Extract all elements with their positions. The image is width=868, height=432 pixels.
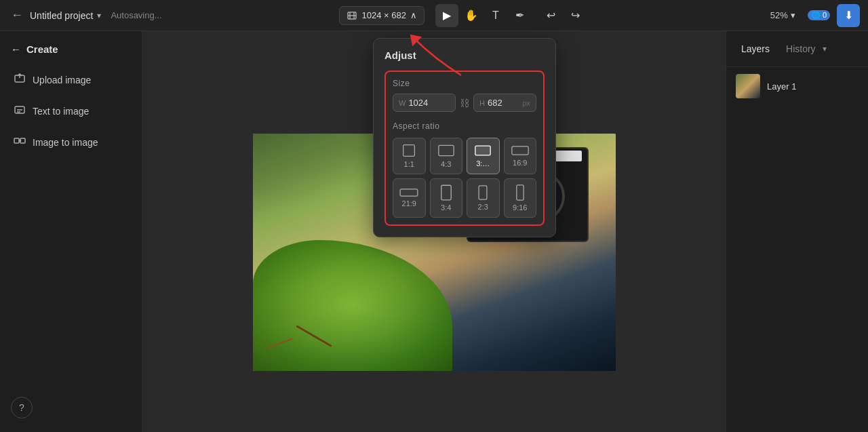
undo-redo-group: ↩ ↪ (540, 4, 587, 27)
sidebar-item-upload-image[interactable]: Upload image (5, 66, 136, 94)
aspect-9-16-label: 9:16 (513, 203, 527, 212)
adjust-title: Adjust (384, 50, 545, 61)
aspect-2-3-label: 2:3 (478, 203, 488, 211)
zoom-button[interactable]: 52% ▾ (765, 7, 801, 24)
image-to-image-icon (14, 135, 26, 150)
aspect-ratio-label: Aspect ratio (393, 121, 536, 131)
height-field[interactable]: H 682 px (473, 94, 536, 112)
tab-layers[interactable]: Layers (737, 41, 774, 57)
upload-image-icon (14, 73, 26, 87)
svg-rect-12 (479, 186, 487, 199)
size-inputs: W 1024 ⛓ H 682 px (393, 94, 536, 112)
sidebar-item-image-to-image[interactable]: Image to image (5, 128, 136, 157)
adjust-popup: Adjust Size W 1024 ⛓ H 682 px Aspec (373, 38, 556, 237)
download-button[interactable]: ⬇ (837, 4, 860, 27)
user-count-badge[interactable]: 🌐 0 (806, 9, 831, 22)
width-field[interactable]: W 1024 (393, 94, 456, 112)
svg-rect-3 (14, 138, 19, 143)
right-sidebar: Layers History ▾ Layer 1 (726, 31, 868, 432)
svg-rect-9 (512, 146, 528, 155)
aspect-1-1-label: 1:1 (404, 160, 414, 168)
aspect-9-16-button[interactable]: 9:16 (504, 178, 537, 218)
aspect-4-3-button[interactable]: 4:3 (430, 138, 463, 174)
svg-rect-13 (517, 185, 524, 200)
back-button[interactable]: ← (8, 5, 26, 25)
sidebar-item-text-to-image[interactable]: Text to image (5, 97, 136, 125)
canvas-dimensions: 1024 × 682 (361, 10, 406, 20)
topbar-center: 1024 × 682 ∧ ▶ ✋ T ✒ ↩ ↪ (167, 4, 760, 27)
aspect-3-4-button[interactable]: 3:4 (430, 178, 463, 218)
right-sidebar-header: Layers History ▾ (726, 31, 868, 67)
expand-icon: ∧ (410, 10, 417, 20)
size-label: Size (393, 79, 536, 88)
sidebar-create-label: Create (26, 43, 58, 55)
history-chevron-icon[interactable]: ▾ (823, 44, 827, 54)
move-tool-button[interactable]: ✋ (460, 4, 483, 27)
aspect-21-9-label: 21:9 (402, 199, 416, 208)
adjust-content-highlight: Size W 1024 ⛓ H 682 px Aspect ratio (384, 71, 545, 226)
aspect-16-9-button[interactable]: 16:9 (504, 138, 537, 174)
link-icon[interactable]: ⛓ (460, 98, 469, 109)
main-area: ← Create Upload image Text to image (0, 31, 868, 432)
width-label: W (399, 99, 406, 107)
svg-rect-11 (441, 185, 451, 200)
aspect-3x-label: 3:… (476, 159, 490, 168)
redo-button[interactable]: ↪ (564, 4, 587, 27)
topbar-right: 52% ▾ 🌐 0 ⬇ (765, 4, 860, 27)
canvas-size-button[interactable]: 1024 × 682 ∧ (339, 6, 424, 25)
aspect-1-1-button[interactable]: 1:1 (393, 138, 426, 174)
canvas-resize-icon (347, 10, 357, 21)
text-to-image-icon (14, 104, 26, 119)
svg-rect-8 (475, 146, 490, 155)
aspect-3x-button[interactable]: 3:… (467, 138, 500, 174)
svg-rect-10 (400, 189, 418, 196)
project-chevron-icon[interactable]: ▾ (97, 11, 101, 20)
image-to-image-label: Image to image (33, 137, 98, 148)
svg-rect-7 (439, 145, 454, 155)
help-icon: ? (19, 402, 24, 413)
toolbar-tools: ▶ ✋ T ✒ (435, 4, 532, 27)
aspect-2-3-button[interactable]: 2:3 (467, 178, 500, 218)
help-button[interactable]: ? (11, 397, 33, 418)
download-icon: ⬇ (844, 9, 853, 22)
height-value: 682 (488, 98, 519, 108)
height-label: H (479, 99, 485, 107)
aspect-16-9-label: 16:9 (513, 159, 527, 167)
aspect-4-3-label: 4:3 (441, 160, 451, 168)
upload-image-label: Upload image (33, 75, 91, 85)
unit-label: px (522, 99, 530, 107)
autosave-status: Autosaving... (111, 10, 161, 20)
aspect-21-9-button[interactable]: 21:9 (393, 178, 426, 218)
layer-item[interactable]: Layer 1 (726, 67, 868, 105)
svg-rect-6 (403, 145, 415, 157)
topbar-left: ← Untitled project ▾ Autosaving... (8, 5, 162, 25)
tab-history[interactable]: History (782, 41, 820, 57)
sidebar-back-icon[interactable]: ← (11, 43, 21, 55)
text-tool-button[interactable]: T (484, 4, 507, 27)
sidebar-footer: ? (5, 391, 136, 424)
left-sidebar: ← Create Upload image Text to image (0, 31, 142, 432)
layer-name: Layer 1 (767, 81, 796, 92)
canvas-area[interactable]: Adjust Size W 1024 ⛓ H 682 px Aspec (142, 31, 726, 432)
aspect-3-4-label: 3:4 (441, 203, 451, 212)
width-value: 1024 (408, 98, 450, 108)
project-name: Untitled project (30, 10, 93, 21)
text-to-image-label: Text to image (33, 106, 89, 117)
zoom-level: 52% (770, 10, 788, 20)
topbar: ← Untitled project ▾ Autosaving... 1024 … (0, 0, 868, 31)
layer-thumbnail (736, 74, 760, 98)
select-tool-button[interactable]: ▶ (435, 4, 458, 27)
pen-tool-button[interactable]: ✒ (509, 4, 532, 27)
sidebar-header: ← Create (5, 39, 136, 63)
undo-button[interactable]: ↩ (540, 4, 563, 27)
zoom-chevron-icon: ▾ (791, 10, 795, 20)
aspect-ratio-grid: 1:1 4:3 3:… (393, 138, 536, 218)
